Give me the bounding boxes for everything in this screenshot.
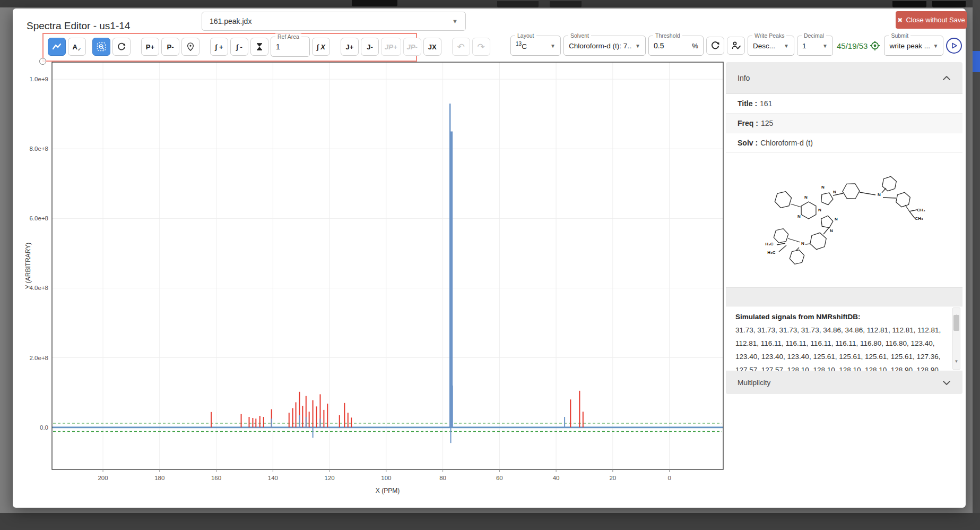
redo-icon: ↷ — [478, 41, 485, 53]
line-mode-button[interactable] — [48, 38, 66, 56]
info-solv-label: Solv : — [738, 139, 758, 147]
jx-button[interactable]: JX — [423, 38, 441, 56]
threshold-field[interactable]: Threshold % — [648, 36, 704, 56]
info-row-freq: Freq : 125 — [726, 114, 962, 133]
info-freq-label: Freq : — [738, 119, 758, 127]
chevron-up-icon — [942, 75, 951, 81]
write-peaks-label: Write Peaks — [752, 32, 786, 39]
background-button — [497, 1, 539, 7]
layout-select[interactable]: Layout 13C ▼ — [510, 36, 561, 56]
info-row-solvent: Solv : Chloroform-d (t) — [726, 133, 962, 153]
refresh-threshold-button[interactable] — [706, 37, 724, 55]
atom-label: CH₃ — [917, 208, 925, 212]
info-row-title: Title : 161 — [726, 94, 962, 114]
redo-button[interactable]: ↷ — [472, 38, 490, 56]
layout-label: Layout — [515, 32, 536, 39]
write-peaks-select[interactable]: Write Peaks Desc... ▼ — [748, 36, 794, 56]
solvent-select[interactable]: Solvent Chloroform-d (t): 7... ▼ — [563, 36, 646, 56]
ref-area-label: Ref Area — [275, 33, 301, 40]
x-tick-label: 200 — [98, 475, 108, 481]
peak-counter-value: 45/19/53 — [837, 41, 868, 50]
integral-wait-button[interactable] — [250, 38, 268, 56]
ref-area-input[interactable] — [276, 42, 298, 51]
molecule-bond — [909, 211, 915, 218]
chevron-down-icon: ▼ — [632, 43, 640, 49]
integral-remove-button[interactable]: ∫ - — [230, 38, 248, 56]
close-icon: ✖ — [897, 16, 903, 24]
run-submit-button[interactable] — [946, 38, 962, 54]
molecule-ring — [801, 202, 816, 219]
atom-label: CH₃ — [915, 216, 923, 221]
decimal-select[interactable]: Decimal 1 ▼ — [797, 36, 833, 56]
integral-add-button[interactable]: ∫ + — [210, 38, 228, 56]
target-icon[interactable] — [870, 40, 880, 51]
jp-remove-button[interactable]: JP- — [403, 38, 421, 56]
molecule-ring — [843, 184, 860, 199]
ref-area-field[interactable]: Ref Area — [271, 37, 310, 57]
y-tick-label: 4.0e+8 — [30, 285, 49, 291]
undo-button[interactable]: ↶ — [452, 38, 470, 56]
threshold-input[interactable] — [654, 41, 677, 50]
peak-add-button[interactable]: P+ — [141, 38, 159, 56]
chevron-down-icon: ▼ — [547, 43, 556, 49]
molecule-ring — [821, 216, 833, 228]
y-tick-label: 1.0e+9 — [30, 76, 49, 82]
file-select-value: 161.peak.jdx — [210, 17, 251, 25]
atom-label: N — [833, 190, 836, 194]
spectrum-file-select[interactable]: 161.peak.jdx ▼ — [202, 12, 466, 31]
close-without-save-button[interactable]: ✖ Close without Save — [896, 11, 967, 29]
background-button — [892, 1, 926, 7]
molecule-bond — [788, 238, 800, 242]
info-solv-value: Chloroform-d (t) — [760, 139, 813, 147]
spectrum-chart[interactable]: 2001801601401201008060402001.0e+98.0e+86… — [22, 55, 730, 496]
signals-title: Simulated signals from NMRshiftDB: — [735, 310, 947, 323]
zoom-select-button[interactable] — [92, 38, 110, 56]
spectrum-chart-area[interactable]: 2001801601401201008060402001.0e+98.0e+86… — [22, 55, 730, 496]
info-title-label: Title : — [738, 99, 757, 108]
scroll-down-icon[interactable]: ▼ — [955, 355, 959, 368]
info-section-header[interactable]: Info — [726, 62, 962, 94]
molecule-bond — [882, 188, 886, 193]
zoom-select-icon — [97, 42, 106, 52]
write-peaks-value: Desc... — [753, 42, 775, 50]
y-tick-label: 2.0e+8 — [30, 355, 49, 361]
hourglass-icon — [256, 42, 263, 51]
molecule-ring — [896, 192, 910, 207]
x-tick-label: 20 — [609, 475, 616, 481]
molecule-ring — [790, 250, 804, 264]
integral-x-button[interactable]: ∫ X — [312, 38, 330, 56]
scrollbar-thumb[interactable] — [953, 315, 959, 331]
atom-label: N — [821, 185, 825, 190]
desktop: { "window": { "title": "Spectra Editor -… — [0, 0, 980, 530]
x-tick-label: 140 — [268, 475, 278, 481]
molecule-ring — [810, 233, 826, 249]
user-check-button[interactable] — [727, 37, 745, 55]
x-tick-label: 100 — [381, 475, 391, 481]
solvent-label: Solvent — [568, 32, 591, 39]
j-add-button[interactable]: J+ — [341, 38, 359, 56]
molecule-bond — [909, 210, 917, 211]
molecule-bond — [905, 205, 909, 211]
collapsed-section-strip[interactable] — [726, 287, 962, 306]
threshold-unit: % — [692, 42, 698, 50]
background-window-bottom — [0, 513, 980, 530]
atom-label: N — [818, 208, 821, 212]
y-axis-title: Y (ARBITRARY) — [24, 243, 32, 289]
y-tick-label: 6.0e+8 — [30, 215, 49, 221]
auto-assign-button[interactable]: A✓ — [68, 38, 86, 56]
peak-pick-button[interactable] — [181, 38, 200, 56]
submit-select[interactable]: Submit write peak ... ▼ — [884, 36, 943, 56]
simulated-signals-block: Simulated signals from NMRshiftDB: 31.73… — [726, 306, 962, 371]
molecule-bond — [860, 192, 875, 195]
peak-remove-button[interactable]: P- — [161, 38, 179, 56]
multiplicity-section-header[interactable]: Multiplicity — [726, 371, 962, 394]
chevron-down-icon — [942, 380, 951, 386]
play-icon — [951, 42, 957, 49]
y-tick-label: 8.0e+8 — [30, 146, 49, 152]
y-tick-label: 0.0 — [40, 424, 48, 431]
molecule-bond — [805, 244, 810, 244]
j-remove-button[interactable]: J- — [361, 38, 379, 56]
molecule-ring — [821, 193, 833, 205]
reset-zoom-button[interactable] — [112, 38, 131, 56]
jp-add-button[interactable]: JP+ — [381, 38, 401, 56]
